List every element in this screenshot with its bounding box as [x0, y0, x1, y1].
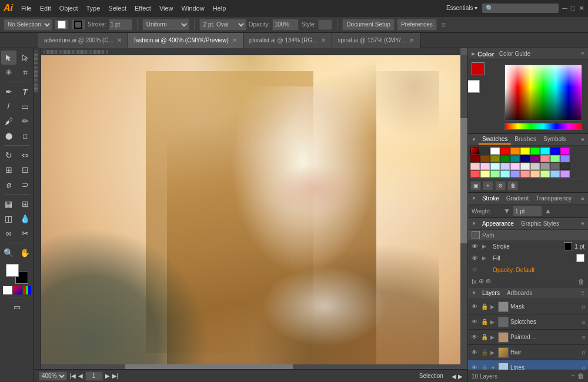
mask-expand-icon[interactable]: ▶	[490, 304, 496, 310]
gradient-tab[interactable]: Gradient	[503, 194, 532, 203]
layers-tab[interactable]: Layers	[479, 289, 503, 297]
tab-fashion[interactable]: fashion.ai @ 400% (CMYK/Preview) ✕	[128, 33, 243, 48]
menu-object[interactable]: Object	[56, 4, 82, 13]
preferences-button[interactable]: Preferences	[397, 19, 437, 31]
status-prev-arrow[interactable]: ◀	[78, 373, 83, 379]
swatches-panel-menu[interactable]: ≡	[581, 136, 584, 143]
swatch-item[interactable]	[530, 155, 540, 162]
appearance-new-art[interactable]: ⊕	[479, 277, 484, 285]
tab-adventure-close[interactable]: ✕	[117, 37, 122, 43]
transparency-tab[interactable]: Transparency	[532, 194, 575, 203]
swatches-tab-swatches[interactable]: Swatches	[479, 135, 511, 145]
appearance-panel-menu[interactable]: ≡	[581, 220, 584, 227]
selection-tool[interactable]	[1, 51, 16, 65]
new-color-group-button[interactable]: ▣	[470, 181, 481, 190]
mask-lock-icon[interactable]: 🔒	[480, 303, 489, 310]
menu-edit[interactable]: Edit	[36, 4, 55, 13]
pencil-tool[interactable]: ✏	[18, 114, 33, 128]
selection-dropdown[interactable]: No Selection	[4, 19, 52, 31]
warp-tool[interactable]: ⌀	[1, 177, 16, 192]
window-minimize[interactable]: ─	[562, 4, 567, 12]
fill-appearance-color[interactable]	[576, 254, 584, 262]
none-color-icon[interactable]	[3, 286, 12, 294]
swatch-item[interactable]	[550, 155, 560, 162]
blend-tool[interactable]: ∞	[1, 226, 16, 240]
canvas-vscroll[interactable]	[460, 55, 467, 369]
paintbrush-tool[interactable]: 🖌	[1, 114, 16, 128]
status-arrow-left[interactable]: ◀	[452, 373, 456, 380]
swatch-item[interactable]	[550, 148, 560, 155]
swatch-item[interactable]	[490, 170, 500, 177]
rotate-tool[interactable]: ↻	[1, 148, 16, 162]
menu-effect[interactable]: Effect	[131, 4, 155, 13]
color-spectrum-bar[interactable]	[505, 123, 582, 130]
tab-fashion-close[interactable]: ✕	[232, 37, 237, 43]
status-right-arrow[interactable]: ▶|	[112, 373, 119, 379]
zoom-tool[interactable]: 🔍	[1, 246, 16, 260]
canvas-wrapper[interactable]	[41, 55, 460, 369]
hand-tool[interactable]: ✋	[18, 246, 33, 260]
status-arrow-right[interactable]: ▶	[458, 373, 463, 380]
appearance-clear[interactable]: ⊗	[486, 277, 491, 285]
stroke-panel-header[interactable]: ▼ Stroke Gradient Transparency ≡	[468, 193, 588, 205]
fill-color-box[interactable]	[55, 19, 69, 30]
swatch-item[interactable]	[490, 148, 500, 155]
opacity-visibility-icon[interactable]: 👁	[472, 266, 480, 273]
tab-pluralist[interactable]: pluralist.ai @ 134% (RG... ✕	[243, 33, 332, 48]
swatches-tab-brushes[interactable]: Brushes	[511, 135, 540, 145]
tab-spiral[interactable]: spiral.ai @ 137% (CMY/... ✕	[332, 33, 420, 48]
opacity-appearance-label[interactable]: Opacity: Default	[493, 267, 584, 273]
swatch-item[interactable]	[530, 148, 540, 155]
stroke-increase[interactable]: ▲	[544, 207, 552, 215]
splotches-eye-icon[interactable]: 👁	[470, 319, 479, 325]
layers-panel-menu[interactable]: ≡	[581, 290, 584, 296]
scissors-tool[interactable]: ✂	[18, 226, 33, 240]
swatch-item[interactable]	[540, 148, 550, 155]
splotches-lock-icon[interactable]: 🔒	[480, 319, 489, 325]
swatch-item[interactable]	[530, 170, 540, 177]
lines-expand-icon[interactable]: ▼	[490, 365, 496, 370]
swatch-item[interactable]	[510, 155, 520, 162]
hair-expand-icon[interactable]: ▶	[490, 350, 496, 356]
swatch-item[interactable]	[470, 148, 480, 155]
mask-target-icon[interactable]: ○	[582, 303, 586, 311]
stroke-decrease[interactable]: ▼	[503, 207, 510, 215]
swatch-item[interactable]	[530, 163, 540, 170]
style-box[interactable]	[318, 19, 332, 30]
swatch-item[interactable]	[470, 163, 480, 170]
window-close[interactable]: ✕	[579, 4, 584, 12]
line-tool[interactable]: /	[1, 99, 16, 113]
blob-brush-tool[interactable]: ⬤	[1, 129, 16, 143]
status-left-arrow[interactable]: |◀	[69, 373, 76, 379]
document-setup-button[interactable]: Document Setup	[342, 19, 395, 31]
swatch-item[interactable]	[510, 148, 520, 155]
swatch-item[interactable]	[500, 163, 510, 170]
fill-expand-icon[interactable]: ▶	[482, 255, 490, 261]
fill-color-chip[interactable]	[6, 264, 19, 277]
change-screen-mode-button[interactable]: ▭	[9, 300, 25, 314]
type-tool[interactable]: T	[18, 85, 33, 99]
swatch-item[interactable]	[560, 163, 570, 170]
stroke-expand-icon[interactable]: ▶	[482, 243, 490, 249]
swatch-item[interactable]	[490, 155, 500, 162]
swatch-item[interactable]	[510, 163, 520, 170]
foreground-color[interactable]	[472, 62, 485, 75]
gradient-color-icon[interactable]	[14, 286, 22, 294]
mask-eye-icon[interactable]: 👁	[470, 303, 479, 310]
magic-wand-tool[interactable]: ✳	[1, 65, 16, 79]
swatch-item[interactable]	[510, 170, 520, 177]
hair-lock-icon[interactable]: 🔒	[480, 349, 489, 356]
swatch-item[interactable]	[540, 170, 550, 177]
swatch-item[interactable]	[560, 155, 570, 162]
swatch-item[interactable]	[520, 148, 530, 155]
lines-eye-icon[interactable]: 👁	[470, 364, 479, 370]
page-number-input[interactable]	[85, 371, 103, 381]
swatch-item[interactable]	[560, 148, 570, 155]
swatch-item[interactable]	[540, 163, 550, 170]
painted-eye-icon[interactable]: 👁	[470, 334, 479, 340]
swatch-item[interactable]	[480, 163, 490, 170]
zoom-select[interactable]: 400%	[39, 371, 67, 381]
layers-header[interactable]: ▼ Layers Artboards ≡	[468, 287, 588, 299]
brush-type-dropdown[interactable]: Uniform	[142, 19, 189, 31]
menu-help[interactable]: Help	[209, 4, 230, 13]
